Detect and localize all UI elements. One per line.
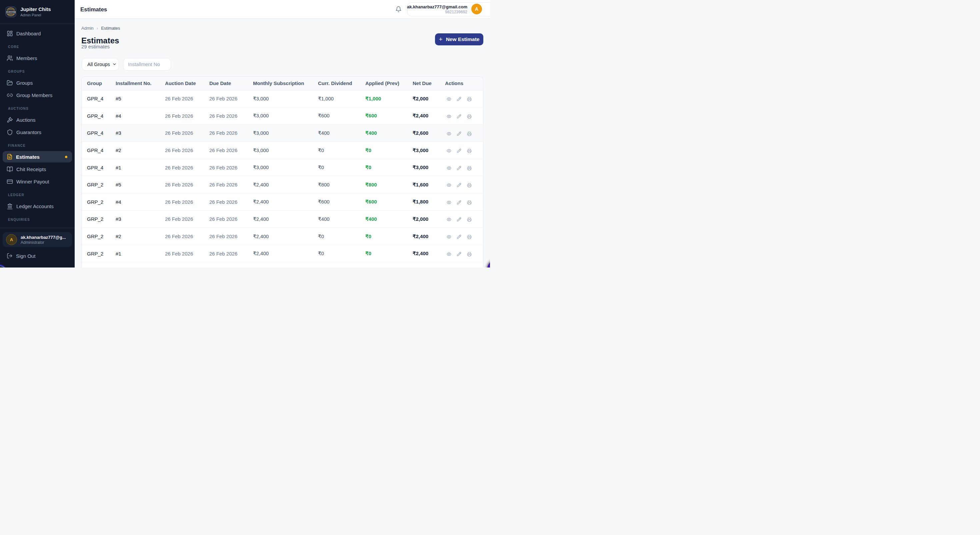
svg-text:1960: 1960 (13, 14, 15, 15)
svg-text:ESTD: ESTD (7, 14, 10, 15)
